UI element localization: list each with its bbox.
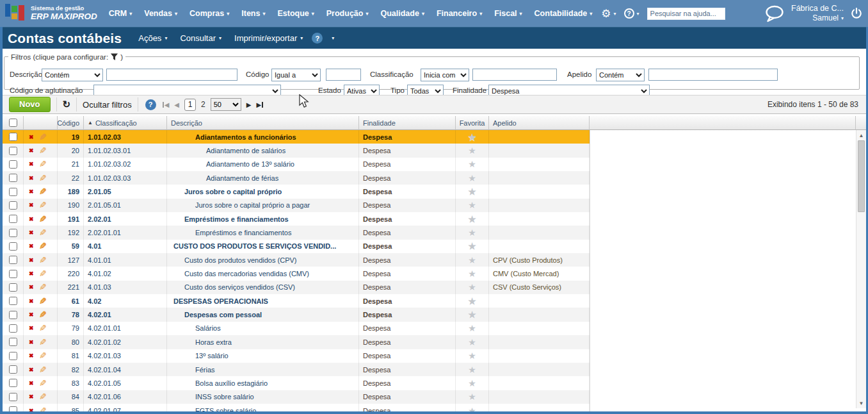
- menu-contabilidade[interactable]: Contabilidade▾: [534, 9, 593, 18]
- table-row[interactable]: ✖ ✎ 80 4.02.01.02 Horas extra Despesa ★: [3, 335, 590, 349]
- menu-qualidade[interactable]: Qualidade▾: [380, 9, 424, 18]
- codigo-operator-select[interactable]: Igual a: [271, 69, 321, 81]
- table-row[interactable]: ✖ ✎ 190 2.01.05.01 Juros sobre o capital…: [3, 199, 590, 212]
- table-row[interactable]: ✖ ✎ 221 4.01.03 Custo dos serviços vendi…: [3, 281, 590, 294]
- delete-icon[interactable]: ✖: [29, 188, 34, 195]
- edit-icon[interactable]: ✎: [39, 296, 47, 306]
- row-checkbox[interactable]: [9, 201, 17, 210]
- row-checkbox[interactable]: [9, 160, 17, 169]
- chevron-down-icon[interactable]: ▾: [332, 35, 334, 41]
- table-row[interactable]: ✖ ✎ 78 4.02.01 Despesas com pessoal Desp…: [3, 308, 590, 321]
- table-row[interactable]: ✖ ✎ 79 4.02.01.01 Salários Despesa ★: [3, 322, 590, 335]
- edit-icon[interactable]: ✎: [39, 282, 47, 292]
- table-row[interactable]: ✖ ✎ 20 1.01.02.03.01 Adiantamento de sal…: [3, 144, 590, 157]
- favorite-star-icon[interactable]: ★: [468, 296, 476, 306]
- row-checkbox[interactable]: [9, 324, 17, 333]
- scroll-down-icon[interactable]: ▼: [856, 398, 866, 408]
- favorite-star-icon[interactable]: ★: [468, 310, 476, 320]
- edit-icon[interactable]: ✎: [39, 269, 47, 279]
- delete-icon[interactable]: ✖: [29, 229, 34, 236]
- descricao-operator-select[interactable]: Contém: [42, 69, 103, 81]
- page-2-button[interactable]: 2: [201, 100, 205, 109]
- row-checkbox[interactable]: [9, 379, 17, 387]
- edit-icon[interactable]: ✎: [39, 310, 47, 320]
- gear-icon[interactable]: ⚙: [601, 7, 611, 21]
- row-checkbox[interactable]: [9, 147, 17, 155]
- delete-icon[interactable]: ✖: [29, 284, 34, 290]
- row-checkbox[interactable]: [9, 393, 17, 401]
- delete-icon[interactable]: ✖: [29, 270, 34, 277]
- power-icon[interactable]: [850, 7, 863, 20]
- table-row[interactable]: ✖ ✎ 85 4.02.01.07 FGTS sobre salário Des…: [3, 404, 590, 411]
- row-checkbox[interactable]: [9, 256, 17, 264]
- vertical-scrollbar[interactable]: ▲ ▼: [856, 130, 866, 408]
- previous-page-button[interactable]: ◀: [174, 101, 179, 108]
- favorite-star-icon[interactable]: ★: [468, 337, 476, 347]
- edit-icon[interactable]: ✎: [39, 145, 47, 156]
- chevron-down-icon[interactable]: ▾: [614, 11, 616, 17]
- edit-icon[interactable]: ✎: [39, 214, 47, 224]
- table-row[interactable]: ✖ ✎ 189 2.01.05 Juros sobre o capital pr…: [3, 185, 590, 198]
- scrollbar-thumb[interactable]: [858, 140, 865, 212]
- new-button[interactable]: Novo: [9, 97, 51, 112]
- table-row[interactable]: ✖ ✎ 82 4.02.01.04 Férias Despesa ★: [3, 363, 590, 376]
- edit-icon[interactable]: ✎: [39, 255, 47, 265]
- edit-icon[interactable]: ✎: [39, 173, 47, 183]
- menu-estoque[interactable]: Estoque▾: [277, 9, 314, 18]
- descricao-column-header[interactable]: Descrição: [167, 116, 359, 130]
- help-search-input[interactable]: [647, 8, 725, 20]
- favorite-star-icon[interactable]: ★: [468, 241, 476, 251]
- classificacao-column-header[interactable]: ▲ Classificação: [84, 116, 167, 130]
- delete-icon[interactable]: ✖: [29, 339, 34, 345]
- chat-bubble-icon[interactable]: [764, 5, 785, 22]
- descricao-filter-input[interactable]: [106, 69, 237, 81]
- menu-compras[interactable]: Compras▾: [189, 9, 229, 18]
- chevron-down-icon[interactable]: ▾: [637, 11, 639, 17]
- row-checkbox[interactable]: [9, 406, 17, 411]
- delete-icon[interactable]: ✖: [29, 298, 34, 304]
- delete-icon[interactable]: ✖: [29, 311, 34, 318]
- last-page-button[interactable]: ▶: [256, 101, 263, 108]
- table-row[interactable]: ✖ ✎ 21 1.01.02.03.02 Adiantamento de 13º…: [3, 158, 590, 171]
- row-checkbox[interactable]: [9, 352, 17, 360]
- edit-icon[interactable]: ✎: [39, 323, 47, 333]
- scroll-up-icon[interactable]: ▲: [856, 130, 866, 140]
- edit-icon[interactable]: ✎: [39, 159, 47, 169]
- edit-icon[interactable]: ✎: [39, 241, 47, 251]
- delete-icon[interactable]: ✖: [29, 243, 34, 249]
- favorite-star-icon[interactable]: ★: [468, 392, 476, 402]
- select-all-checkbox[interactable]: [9, 119, 17, 127]
- favorite-star-icon[interactable]: ★: [468, 132, 476, 142]
- favorite-star-icon[interactable]: ★: [468, 228, 476, 238]
- delete-icon[interactable]: ✖: [29, 161, 34, 167]
- apelido-operator-select[interactable]: Contém: [596, 69, 645, 81]
- refresh-icon[interactable]: ↻: [63, 99, 71, 110]
- row-checkbox[interactable]: [9, 365, 17, 374]
- menu-fiscal[interactable]: Fiscal▾: [494, 9, 522, 18]
- row-checkbox[interactable]: [9, 229, 17, 237]
- delete-icon[interactable]: ✖: [29, 367, 34, 373]
- table-row[interactable]: ✖ ✎ 192 2.02.01.01 Empréstimos e financi…: [3, 226, 590, 239]
- favorita-column-header[interactable]: Favorita: [456, 116, 489, 130]
- hide-filters-button[interactable]: Ocultar filtros: [83, 100, 132, 110]
- favorite-star-icon[interactable]: ★: [468, 406, 476, 411]
- classificacao-operator-select[interactable]: Inicia com: [421, 69, 469, 81]
- menu-crm[interactable]: CRM▾: [109, 9, 132, 18]
- table-row[interactable]: ✖ ✎ 59 4.01 CUSTO DOS PRODUTOS E SERVIÇO…: [3, 240, 590, 253]
- apelido-filter-input[interactable]: [648, 69, 778, 81]
- codigo-column-header[interactable]: Código: [58, 116, 84, 130]
- favorite-star-icon[interactable]: ★: [468, 269, 476, 279]
- delete-icon[interactable]: ✖: [29, 408, 34, 411]
- menu-vendas[interactable]: Vendas▾: [144, 9, 177, 18]
- favorite-star-icon[interactable]: ★: [468, 159, 476, 169]
- edit-icon[interactable]: ✎: [39, 132, 47, 142]
- edit-icon[interactable]: ✎: [39, 365, 47, 375]
- favorite-star-icon[interactable]: ★: [468, 173, 476, 183]
- delete-icon[interactable]: ✖: [29, 216, 34, 222]
- row-checkbox[interactable]: [9, 215, 17, 223]
- favorite-star-icon[interactable]: ★: [468, 255, 476, 265]
- row-checkbox[interactable]: [9, 242, 17, 251]
- page-help-icon[interactable]: ?: [312, 33, 323, 44]
- page-menu-consultar[interactable]: Consultar▾: [180, 33, 221, 43]
- favorite-star-icon[interactable]: ★: [468, 351, 476, 361]
